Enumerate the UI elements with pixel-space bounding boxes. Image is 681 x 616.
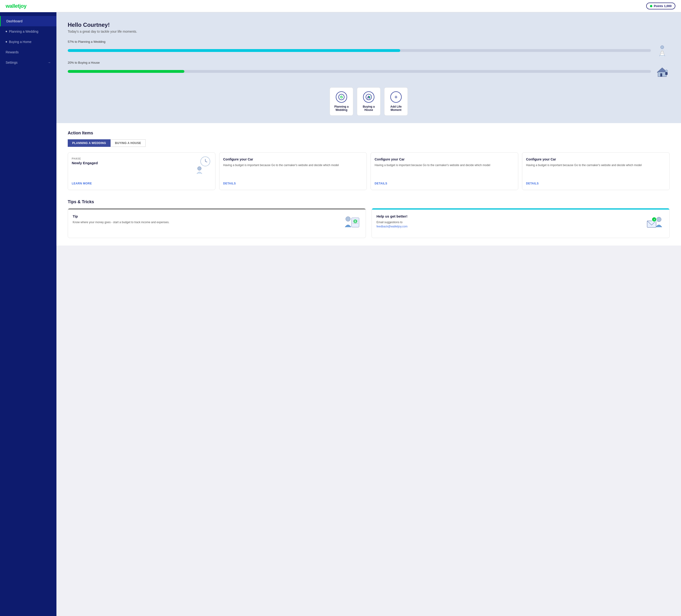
moment-card-house[interactable]: Buying a House [357,87,380,115]
tip-text-area: Tip Know where your money goes - start a… [73,214,338,224]
dot-icon [6,41,7,43]
svg-point-27 [657,217,661,222]
progress-house-section: 20% to Buying a House [68,61,670,77]
sidebar-item-label: Rewards [6,50,19,54]
phase-card: PHASE Newly Engaged LEARN MORE [68,153,216,190]
sidebar-item-settings[interactable]: Settings → [0,57,56,68]
action-items-section: Action Items PLANNING A WEDDING BUYING A… [56,123,681,245]
hero-section: Hello Courtney! Today's a great day to t… [56,12,681,123]
sidebar-item-dashboard[interactable]: Dashboard [0,16,56,26]
svg-rect-6 [660,73,662,77]
sidebar: Dashboard Planning a Wedding Buying a Ho… [0,12,56,616]
svg-point-7 [665,70,667,72]
dot-icon [6,31,7,32]
progress-house-label: 20% to Buying a House [68,61,670,64]
moment-cards-container: Planning a Wedding Buying a House [68,82,670,115]
layout: Dashboard Planning a Wedding Buying a Ho… [0,12,681,616]
svg-rect-1 [660,53,664,55]
tab-planning-wedding[interactable]: PLANNING A WEDDING [68,139,110,147]
tip-card-illustration: $ [342,214,361,233]
help-card-body: Help us get better! Email suggestions to… [372,210,670,238]
svg-line-18 [205,161,207,162]
progress-house-bar [68,70,184,73]
action-card-3: Configure your Car Having a budget is im… [522,153,670,190]
sidebar-item-label: Planning a Wedding [9,30,38,33]
add-card-label: Add Life Moment [387,105,405,112]
action-card-1: Configure your Car Having a budget is im… [219,153,367,190]
sidebar-item-planning-wedding[interactable]: Planning a Wedding [0,26,56,37]
details-link-3[interactable]: DETAILS [526,182,666,185]
wedding-icon [655,45,670,56]
feedback-email-link[interactable]: feedback@walletjoy.com [377,225,407,228]
moment-card-wedding[interactable]: Planning a Wedding [330,87,353,115]
topnav: walletjoy Points 1,000 [0,0,681,12]
learn-more-link[interactable]: LEARN MORE [72,182,92,185]
logo: walletjoy [6,3,26,9]
points-dot-icon [650,5,652,7]
tip-card: Tip Know where your money goes - start a… [68,208,366,238]
svg-text:$: $ [355,220,356,223]
hero-subtitle: Today's a great day to tackle your life … [68,30,670,33]
phase-card-illustration [194,156,212,174]
action-card-3-desc: Having a budget is important because Go … [526,163,666,178]
help-card-body-text: Email suggestions to feedback@walletjoy.… [377,220,642,229]
action-card-1-desc: Having a budget is important because Go … [223,163,363,178]
phase-title: Newly Engaged [72,161,98,165]
action-card-1-title: Configure your Car [223,157,363,161]
details-link-2[interactable]: DETAILS [375,182,514,185]
sidebar-item-rewards[interactable]: Rewards [0,47,56,57]
svg-rect-2 [661,52,663,53]
sidebar-item-label: Settings [6,61,18,64]
progress-wedding-bar-container [68,49,651,52]
action-items-title: Action Items [68,131,670,136]
svg-point-0 [660,46,664,49]
hero-greeting: Hello Courtney! [68,22,670,28]
tips-title: Tips & Tricks [68,199,670,205]
tip-card-body-text: Know where your money goes - start a bud… [73,220,338,224]
svg-text:✓: ✓ [653,218,656,221]
progress-house-row [68,66,670,77]
add-card-icon: + [390,91,402,103]
progress-wedding-label: 57% to Planning a Wedding [68,40,670,44]
details-link-1[interactable]: DETAILS [223,182,363,185]
svg-point-19 [198,166,201,170]
svg-rect-3 [661,51,663,52]
action-card-2: Configure your Car Having a budget is im… [371,153,518,190]
action-card-2-desc: Having a budget is important because Go … [375,163,514,178]
progress-house-bar-container [68,70,651,73]
help-card: Help us get better! Email suggestions to… [372,208,670,238]
wedding-card-label: Planning a Wedding [333,105,350,112]
house-progress-icon [655,66,670,77]
progress-wedding-section: 57% to Planning a Wedding [68,40,670,56]
svg-rect-14 [368,98,369,99]
tips-cards-grid: Tip Know where your money goes - start a… [68,208,670,238]
tip-card-title: Tip [73,214,338,218]
moment-card-add[interactable]: + Add Life Moment [384,87,408,115]
help-card-illustration: ✓ [646,214,665,233]
action-cards-grid: PHASE Newly Engaged LEARN MORE Configure… [68,153,670,190]
tab-buying-house[interactable]: BUYING A HOUSE [110,139,146,147]
progress-wedding-bar [68,49,400,52]
sidebar-item-label: Buying a Home [9,40,31,44]
progress-wedding-row [68,45,670,56]
points-badge[interactable]: Points 1,000 [646,3,675,9]
phase-label: PHASE [72,157,81,160]
help-text-area: Help us get better! Email suggestions to… [377,214,642,229]
house-icon [655,66,670,77]
action-card-3-title: Configure your Car [526,157,666,161]
action-tabs: PLANNING A WEDDING BUYING A HOUSE [68,139,670,147]
help-card-title: Help us get better! [377,214,642,218]
house-card-label: Buying a House [360,105,377,112]
svg-point-15 [369,96,370,98]
house-card-icon [363,91,374,103]
svg-rect-8 [665,72,667,75]
main-content: Hello Courtney! Today's a great day to t… [56,12,681,616]
action-card-2-title: Configure your Car [375,157,514,161]
tip-card-body: Tip Know where your money goes - start a… [68,210,365,238]
arrow-icon: → [48,61,51,64]
points-label: Points 1,000 [654,4,672,8]
svg-point-20 [346,217,350,221]
wedding-progress-icon [655,45,670,56]
sidebar-item-buying-home[interactable]: Buying a Home [0,37,56,47]
wedding-card-icon [336,91,347,103]
